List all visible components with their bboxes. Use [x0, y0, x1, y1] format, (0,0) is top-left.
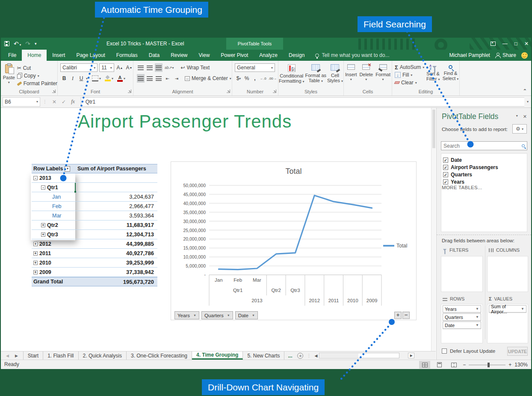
tools-button[interactable]: ⚙▾: [512, 124, 527, 134]
pivot-row-2010[interactable]: +201039,253,999: [32, 258, 157, 268]
update-button[interactable]: UPDATE: [507, 347, 528, 356]
italic-button[interactable]: I: [69, 74, 77, 83]
horizontal-scrollbar-thumb[interactable]: [320, 354, 358, 357]
vertical-scrollbar-thumb[interactable]: [432, 110, 435, 148]
pane-close-icon[interactable]: ✕: [523, 114, 527, 119]
field-checkbox[interactable]: ✓: [443, 158, 448, 163]
zoom-in-button[interactable]: +: [508, 362, 511, 368]
more-tables-link[interactable]: MORE TABLES...: [442, 185, 482, 190]
filters-area-box[interactable]: [441, 256, 483, 292]
pivot-row-2012[interactable]: +201244,399,885: [32, 239, 157, 249]
pane-options-icon[interactable]: ▾: [516, 114, 518, 119]
clear-button[interactable]: Clear▾: [395, 79, 424, 86]
expand-icon[interactable]: +: [33, 251, 38, 256]
next-sheet-icon[interactable]: ▶: [15, 354, 18, 358]
feedback-smiley-icon[interactable]: [521, 52, 528, 59]
zoom-slider-thumb[interactable]: [488, 363, 490, 367]
field-search-input[interactable]: Search: [441, 141, 527, 150]
accounting-format-button[interactable]: $▾: [235, 74, 242, 83]
field-checkbox[interactable]: ✓: [443, 165, 448, 170]
share-button[interactable]: Share: [495, 52, 516, 58]
enter-icon[interactable]: ✓: [62, 99, 66, 105]
copy-button[interactable]: Copy▾: [17, 72, 57, 80]
expand-icon[interactable]: +: [33, 261, 38, 265]
rows-field-pill-date[interactable]: Date▼: [443, 322, 481, 329]
tell-me-box[interactable]: Tell me what you want to do...: [315, 50, 389, 61]
scroll-left-icon[interactable]: ◀: [314, 354, 317, 358]
pivot-table[interactable]: Row Labels ▾ Sum of Airport Passengers -…: [32, 164, 157, 286]
percent-style-button[interactable]: %: [243, 74, 251, 83]
align-bottom-button[interactable]: [155, 63, 163, 72]
font-family-combo[interactable]: Calibri▾: [60, 63, 98, 72]
tab-file[interactable]: File: [3, 50, 22, 61]
field-item-years[interactable]: ✓Years: [443, 178, 525, 185]
pivot-row-qtr3[interactable]: +Qtr312,304,713: [32, 230, 157, 239]
number-format-combo[interactable]: General▾: [235, 63, 275, 72]
sheet-tab-1-flash-fill[interactable]: 1. Flash Fill: [43, 351, 78, 360]
number-dialog-launcher-icon[interactable]: [273, 89, 276, 93]
scroll-right-icon[interactable]: ▶: [408, 353, 414, 358]
increase-decimal-button[interactable]: ←.0: [259, 74, 267, 83]
format-painter-button[interactable]: Format Painter: [17, 80, 57, 87]
field-item-quarters[interactable]: ✓Quarters: [443, 171, 525, 178]
insert-cells-button[interactable]: Insert▾: [345, 63, 357, 82]
tab-analyze[interactable]: Analyze: [254, 50, 283, 61]
format-cells-button[interactable]: Format▾: [375, 63, 390, 82]
drill-up-button[interactable]: −: [402, 312, 410, 319]
align-center-button[interactable]: [146, 74, 154, 83]
sheet-tab-2-quick-analysis[interactable]: 2. Quick Analysis: [79, 351, 127, 360]
redo-button[interactable]: ↷: [25, 40, 30, 47]
page-layout-view-button[interactable]: [434, 361, 445, 369]
underline-button[interactable]: U: [77, 74, 85, 83]
pivot-row-jan[interactable]: Jan3,204,637: [32, 192, 157, 202]
tab-review[interactable]: Review: [165, 50, 193, 61]
field-item-airport-passengers[interactable]: ✓Airport Passengers: [443, 164, 525, 171]
close-button[interactable]: ✕: [524, 41, 529, 47]
zoom-slider[interactable]: [469, 365, 505, 365]
sheet-tab-4-time-grouping[interactable]: 4. Time Grouping: [192, 351, 243, 360]
delete-cells-button[interactable]: Delete▾: [359, 63, 373, 82]
vertical-scrollbar[interactable]: [431, 108, 436, 351]
new-sheet-button[interactable]: +: [297, 353, 303, 359]
tab-data[interactable]: Data: [143, 50, 165, 61]
pivot-chart[interactable]: Total JanFebMarQtr1Qtr2Qtr32013201220112…: [171, 161, 417, 320]
font-color-icon[interactable]: A: [117, 75, 123, 82]
rows-field-pill-quarters[interactable]: Quarters▼: [443, 313, 481, 321]
tab-formulas[interactable]: Formulas: [111, 50, 143, 61]
rows-area-box[interactable]: Years▼Quarters▼Date▼: [441, 304, 483, 343]
find-select-button[interactable]: Find & Select ▾: [442, 63, 459, 86]
merge-center-button[interactable]: ↔Merge & Center▾: [185, 74, 231, 82]
maximize-button[interactable]: □: [514, 41, 517, 47]
pivot-row-mar[interactable]: Mar3,593,364: [32, 211, 157, 220]
normal-view-button[interactable]: [419, 361, 430, 369]
insert-function-icon[interactable]: fx: [71, 98, 75, 105]
fill-color-icon[interactable]: [105, 75, 111, 81]
expand-icon[interactable]: +: [41, 223, 45, 227]
field-checkbox[interactable]: ✓: [443, 172, 448, 177]
pivot-row-qtr1[interactable]: -Qtr1: [32, 183, 157, 192]
pivot-row-grand-total[interactable]: Grand Total195,673,720: [32, 277, 157, 286]
pivot-row-2009[interactable]: +200937,338,942: [32, 268, 157, 277]
sheet-tab-start[interactable]: Start: [23, 351, 43, 360]
field-item-date[interactable]: ✓Date: [443, 156, 525, 164]
align-left-button[interactable]: [137, 74, 145, 83]
prev-sheet-icon[interactable]: ◀: [6, 354, 9, 358]
cell-styles-button[interactable]: Cell Styles ▾: [327, 63, 343, 84]
chart-field-button-quarters[interactable]: Quarters▼: [201, 311, 233, 319]
align-right-button[interactable]: [155, 74, 163, 83]
wrap-text-button[interactable]: ↩Wrap Text: [181, 64, 210, 71]
sheet-overflow[interactable]: ...: [284, 351, 296, 360]
collapse-icon[interactable]: -: [33, 176, 38, 180]
comma-style-button[interactable]: ,: [251, 74, 259, 83]
conditional-formatting-button[interactable]: Conditional Formatting ▾: [279, 63, 304, 84]
formula-input[interactable]: Qtr1: [81, 97, 524, 107]
align-top-button[interactable]: [137, 63, 145, 72]
borders-icon[interactable]: [92, 75, 98, 81]
chart-field-button-date[interactable]: Date▼: [235, 311, 258, 319]
expand-formula-bar-icon[interactable]: ▾: [527, 100, 529, 104]
rows-field-pill-years[interactable]: Years▼: [443, 305, 481, 313]
expand-icon[interactable]: +: [41, 232, 45, 237]
drill-down-button[interactable]: +: [394, 312, 402, 319]
ribbon-display-options-icon[interactable]: [491, 42, 496, 46]
undo-button[interactable]: ↶ ▾: [14, 40, 21, 47]
